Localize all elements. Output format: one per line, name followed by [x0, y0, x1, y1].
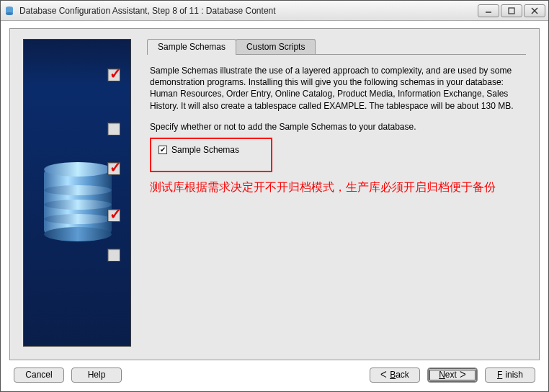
sample-schemas-checkbox-label: Sample Schemas: [171, 145, 239, 155]
window-title: Database Configuration Assistant, Step 8…: [19, 6, 478, 16]
sample-schemas-checkbox[interactable]: ✔: [159, 146, 167, 154]
database-cylinder-icon: [44, 162, 112, 241]
cancel-button[interactable]: Cancel: [14, 368, 64, 383]
minimize-button[interactable]: [478, 4, 499, 17]
back-arrow-icon: ᐸ: [380, 370, 387, 380]
description-text: Sample Schemas illustrate the use of a l…: [150, 65, 520, 112]
wizard-step-2: [107, 122, 120, 135]
wizard-sidebar: ✓ ✓ ✓: [23, 39, 131, 347]
wizard-step-3: ✓: [107, 162, 120, 175]
right-pane: Sample Schemas Custom Scripts Sample Sch…: [147, 39, 526, 347]
sample-schemas-highlight-box: ✔ Sample Schemas: [150, 138, 272, 172]
help-button[interactable]: Help: [71, 368, 122, 383]
tab-body: Sample Schemas illustrate the use of a l…: [147, 54, 526, 200]
next-arrow-icon: ᐳ: [460, 370, 466, 380]
window: Database Configuration Assistant, Step 8…: [0, 0, 549, 392]
right-button-group: ᐸ Back Next ᐳ Finish: [370, 368, 535, 383]
app-icon: [4, 5, 15, 17]
finish-button[interactable]: Finish: [485, 368, 535, 383]
content-box: ✓ ✓ ✓ Sample Schemas Custom Scripts Samp…: [9, 28, 540, 360]
main-frame: ✓ ✓ ✓ Sample Schemas Custom Scripts Samp…: [1, 21, 548, 391]
svg-point-2: [6, 12, 13, 15]
close-button[interactable]: [524, 4, 545, 17]
button-row: Cancel Help ᐸ Back Next ᐳ Finish: [9, 360, 540, 383]
window-controls: [478, 4, 545, 17]
left-button-group: Cancel Help: [14, 368, 122, 383]
wizard-step-4: ✓: [107, 209, 120, 222]
wizard-step-1: ✓: [107, 68, 120, 81]
annotation-text: 测试库根据需求决定开不开归档模式，生产库必须开启归档便于备份: [150, 179, 520, 195]
titlebar: Database Configuration Assistant, Step 8…: [1, 1, 548, 21]
back-button[interactable]: ᐸ Back: [370, 368, 420, 383]
svg-rect-4: [509, 8, 514, 14]
wizard-step-5: [107, 249, 120, 262]
tab-row: Sample Schemas Custom Scripts: [147, 39, 526, 55]
maximize-button[interactable]: [501, 4, 522, 17]
specify-text: Specify whether or not to add the Sample…: [150, 122, 520, 132]
tab-custom-scripts[interactable]: Custom Scripts: [236, 39, 316, 55]
tab-sample-schemas[interactable]: Sample Schemas: [147, 39, 236, 55]
next-button[interactable]: Next ᐳ: [427, 368, 478, 383]
